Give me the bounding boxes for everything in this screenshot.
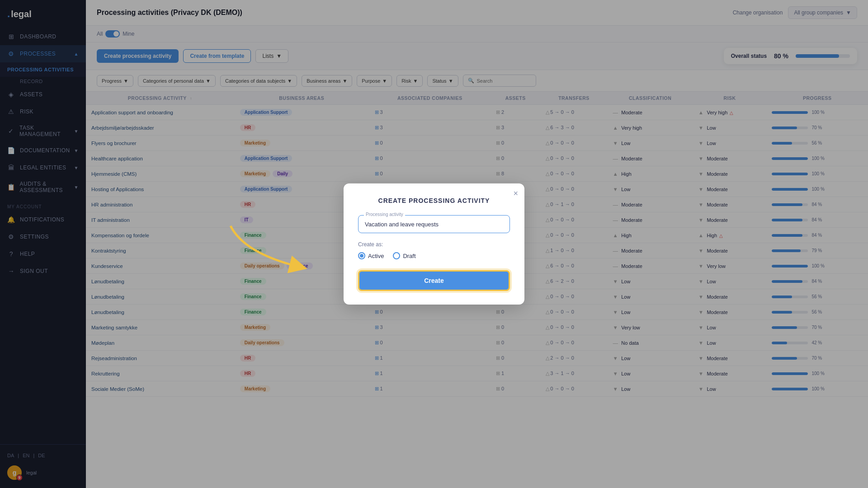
modal-title: CREATE PROCESSING ACTIVITY (358, 197, 510, 204)
radio-group: Active Draft (358, 252, 510, 259)
radio-draft[interactable]: Draft (393, 252, 415, 259)
radio-active-dot (358, 252, 365, 259)
activity-input-label: Processing activity (364, 212, 405, 217)
radio-active-label: Active (368, 253, 384, 259)
radio-draft-label: Draft (403, 253, 415, 259)
radio-active[interactable]: Active (358, 252, 384, 259)
create-as-label: Create as: (358, 241, 510, 248)
create-button[interactable]: Create (358, 270, 510, 291)
create-processing-activity-modal: × CREATE PROCESSING ACTIVITY Processing … (344, 183, 524, 305)
modal-overlay[interactable]: × CREATE PROCESSING ACTIVITY Processing … (0, 0, 868, 488)
activity-name-input[interactable] (365, 221, 503, 228)
activity-input-group: Processing activity (358, 215, 510, 233)
modal-close-button[interactable]: × (513, 189, 518, 198)
arrow-annotation (217, 217, 316, 280)
radio-draft-dot (393, 252, 400, 259)
